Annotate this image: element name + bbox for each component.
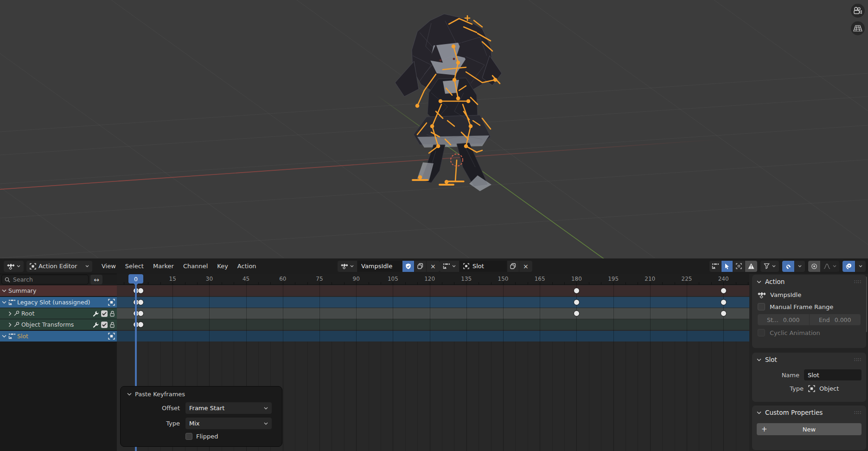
channel-row-slot[interactable]: Slot [0,331,117,341]
menu-view[interactable]: View [97,263,121,270]
unlink-action-button[interactable]: × [427,261,440,272]
camera-icon [853,7,862,14]
menu-action[interactable]: Action [233,263,261,270]
fake-user-toggle[interactable] [402,261,414,272]
duplicate-slot-button[interactable] [507,261,519,272]
new-property-button[interactable]: + New [757,423,862,435]
channel-row-summary[interactable]: Summary [0,285,117,296]
frame-end-input[interactable]: End 0.000 [809,314,861,325]
action-icon [341,263,348,269]
slot-filter-toggle[interactable] [709,261,721,272]
keyframe-summary-frame-180[interactable] [574,288,580,294]
menu-marker[interactable]: Marker [148,263,179,270]
action-name-field[interactable]: VampsIdle [357,261,402,272]
orbit-options-button[interactable] [855,261,866,272]
panel-drag-handle[interactable]: ∷∷ [854,279,862,285]
filter-popover-button[interactable] [760,261,779,272]
menu-key[interactable]: Key [212,263,233,270]
dope-sheet-icon [7,263,14,270]
offset-dropdown[interactable]: Frame Start [185,402,272,414]
wrench-icon[interactable] [93,322,99,328]
object-data-icon[interactable] [108,333,115,340]
ruler-tick-mark [222,282,222,284]
menu-channel[interactable]: Channel [179,263,212,270]
show-errors-toggle[interactable] [745,261,757,272]
falloff-dropdown[interactable] [821,261,839,272]
current-frame-indicator[interactable]: 0 [128,274,143,283]
summary-key-band[interactable] [117,285,749,296]
viewport-grid-button[interactable] [851,21,865,35]
channel-row-legacy-slot[interactable]: Legacy Slot (unassigned) [0,297,117,308]
chevron-down-icon [350,265,354,267]
keyframe-summary-frame-240[interactable] [721,288,727,294]
menu-select[interactable]: Select [121,263,148,270]
panel-drag-handle[interactable]: ∷∷ [854,410,862,416]
chevron-down-icon[interactable] [127,393,132,396]
keyframe-root-frame-180[interactable] [574,310,580,316]
channel-row-root[interactable]: Root [0,308,117,319]
channel-enable-checkbox[interactable] [101,322,108,328]
ruler-tick-mark [246,282,247,284]
viewport-camera-button[interactable] [851,4,865,18]
shield-check-icon [405,263,411,270]
slot-browse-button[interactable] [440,261,459,272]
unlink-slot-button[interactable]: × [519,261,532,272]
grid-line-minor [625,341,626,451]
ruler-tick-mark [625,282,626,284]
only-selected-toggle[interactable] [721,261,733,272]
chevron-down-icon [757,280,761,283]
snap-toggle[interactable] [782,261,794,272]
flipped-checkbox[interactable] [185,433,192,440]
show-hidden-toggle[interactable] [733,261,745,272]
legacy-slot-key-band[interactable] [117,297,749,308]
custom-properties-header[interactable]: Custom Properties ∷∷ [752,406,866,419]
orbit-globe-toggle[interactable] [842,261,855,272]
dope-sheet-grid[interactable]: Summary Legacy Slot (unassigned) Root [0,285,749,451]
cyclic-animation-checkbox[interactable] [758,329,765,336]
expand-width-button[interactable]: ↔ [90,275,102,284]
header-filter-toolbar [709,261,866,272]
keyframe-legacy_slot-frame-180[interactable] [574,299,580,305]
editor-type-button[interactable] [4,261,24,272]
slot-key-band[interactable] [117,331,749,341]
3d-viewport[interactable] [0,0,868,258]
slot-panel-header[interactable]: Slot ∷∷ [752,353,866,367]
ruler-tick-label: 240 [718,276,729,282]
wrench-icon[interactable] [93,310,99,317]
slot-name-input[interactable]: Slot [804,369,862,380]
unlock-icon[interactable] [109,322,115,328]
frame-start-input[interactable]: St... 0.000 [758,314,809,325]
type-dropdown[interactable]: Mix [185,418,272,429]
channel-search-input[interactable]: Search [1,275,89,284]
grid-line-major [576,285,577,451]
unlock-icon[interactable] [109,310,115,317]
root-key-band[interactable] [117,308,749,319]
keyframe-legacy_slot-frame-2[interactable] [138,299,144,305]
keyframe-legacy_slot-frame-240[interactable] [721,299,727,305]
object-data-icon[interactable] [108,299,115,306]
channel-row-object-transforms[interactable]: Object Transforms [0,319,117,330]
grid-line-minor [662,341,663,451]
pin-icon[interactable] [13,310,19,316]
manual-frame-range-checkbox[interactable] [758,303,765,310]
action-browse-button[interactable] [338,261,357,272]
keyframe-root-frame-2[interactable] [138,310,144,316]
slot-type-label: Type [752,385,804,392]
character-mesh[interactable] [395,14,502,191]
slot-name-field[interactable]: Slot [460,261,507,272]
timeline-ruler[interactable]: 0153045607590105120135150165180195210225… [117,274,749,285]
channel-enable-checkbox[interactable] [101,310,108,317]
cursor-arrow-icon [724,263,730,270]
proportional-edit-toggle[interactable] [808,261,820,272]
pin-icon[interactable] [13,322,19,328]
duplicate-action-button[interactable] [415,261,426,272]
action-panel-header[interactable]: Action ∷∷ [752,275,866,289]
snap-options-button[interactable] [795,261,805,272]
editor-mode-dropdown[interactable]: Action Editor [26,261,92,272]
ruler-tick-label: 75 [316,276,323,282]
object-transforms-key-band[interactable] [117,319,749,330]
flipped-label: Flipped [196,433,218,440]
keyframe-root-frame-240[interactable] [721,310,727,316]
panel-drag-handle[interactable]: ∷∷ [854,357,862,363]
keyframe-object_transforms-frame-2[interactable] [138,322,144,328]
